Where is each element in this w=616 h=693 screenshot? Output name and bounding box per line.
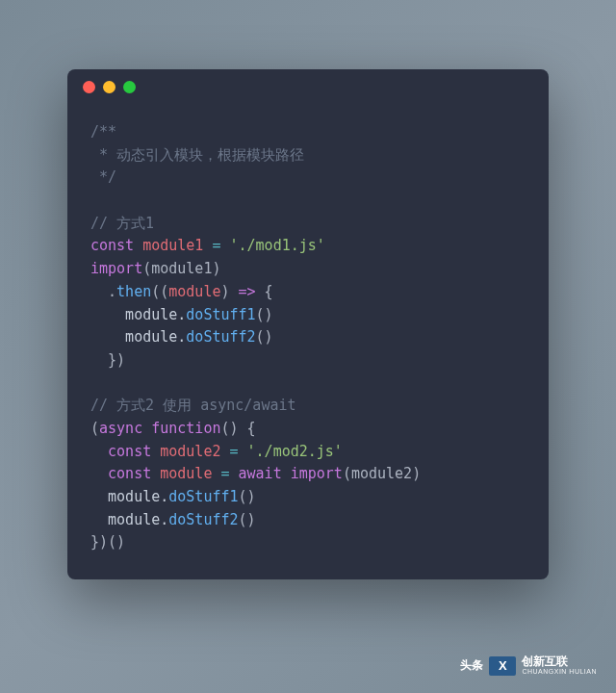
brace: { <box>256 283 273 300</box>
punctuation: (( <box>151 283 168 300</box>
keyword-import: import <box>291 465 343 482</box>
identifier: module1 <box>134 237 212 254</box>
watermark-brand: 创新互联 <box>522 655 597 668</box>
keyword-const: const <box>108 465 151 482</box>
method-call: doStuff1 <box>168 488 238 505</box>
arrow: => <box>239 283 256 300</box>
punctuation: . <box>108 283 116 300</box>
watermark-logo-icon: X <box>489 656 516 676</box>
code-text: module. <box>90 306 186 323</box>
identifier: module2 <box>151 443 229 460</box>
operator: = <box>230 443 239 460</box>
watermark-text: 创新互联 CHUANGXIN HULIAN <box>522 655 597 676</box>
code-window: /** * 动态引入模块，根据模块路径 */ // 方式1 const modu… <box>67 69 549 579</box>
string-literal: './mod1.js' <box>220 237 324 254</box>
minimize-icon[interactable] <box>103 81 116 93</box>
comment: // 方式2 使用 async/await <box>90 397 296 414</box>
parameter: module <box>168 283 220 300</box>
punctuation: () <box>239 488 256 505</box>
keyword-async: async <box>99 420 142 437</box>
punctuation: () { <box>220 420 255 437</box>
punctuation: (module1) <box>142 260 220 277</box>
operator: = <box>220 465 229 482</box>
comment: // 方式1 <box>90 215 154 232</box>
punctuation: ) <box>220 283 238 300</box>
watermark-prefix: 头条 <box>460 657 483 674</box>
punctuation: (module2) <box>343 465 421 482</box>
close-icon[interactable] <box>83 81 95 93</box>
punctuation: }) <box>90 351 125 369</box>
code-text: module. <box>90 511 168 528</box>
window-titlebar <box>67 69 549 104</box>
string-literal: './mod2.js' <box>239 443 343 460</box>
space <box>282 465 291 482</box>
punctuation: () <box>256 328 273 346</box>
indent <box>90 283 108 300</box>
method-then: then <box>116 283 151 300</box>
code-block: /** * 动态引入模块，根据模块路径 */ // 方式1 const modu… <box>67 104 549 579</box>
punctuation: })() <box>90 533 125 551</box>
maximize-icon[interactable] <box>123 81 136 93</box>
code-text: module. <box>90 488 168 505</box>
identifier: module <box>151 465 220 482</box>
punctuation: ( <box>90 420 99 437</box>
comment: * 动态引入模块，根据模块路径 <box>90 146 304 164</box>
keyword-import: import <box>90 260 142 277</box>
comment: */ <box>90 168 116 186</box>
space <box>142 420 151 437</box>
indent <box>90 443 108 460</box>
method-call: doStuff1 <box>186 306 255 323</box>
watermark: 头条 X 创新互联 CHUANGXIN HULIAN <box>460 655 597 676</box>
method-call: doStuff2 <box>168 511 238 528</box>
indent <box>90 465 108 482</box>
code-text: module. <box>90 328 186 346</box>
comment: /** <box>90 123 116 141</box>
space <box>230 465 239 482</box>
keyword-function: function <box>151 420 220 437</box>
keyword-const: const <box>108 443 151 460</box>
watermark-sub: CHUANGXIN HULIAN <box>522 668 597 676</box>
punctuation: () <box>239 511 256 528</box>
keyword-await: await <box>239 465 282 482</box>
method-call: doStuff2 <box>186 328 255 346</box>
punctuation: () <box>256 306 273 323</box>
keyword-const: const <box>90 237 134 254</box>
